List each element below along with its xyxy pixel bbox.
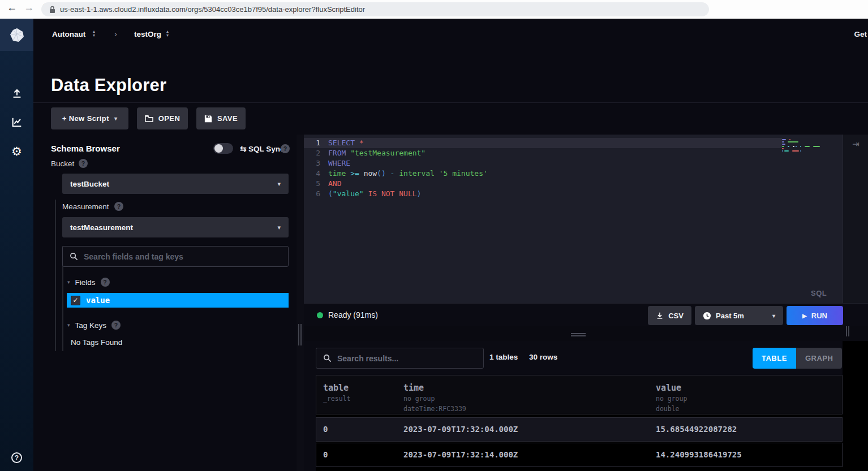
splitter-grip-icon [571,333,586,334]
chevron-down-icon: ▾ [67,279,70,285]
upload-icon [11,87,23,99]
back-icon[interactable]: ← [7,2,17,14]
bucket-label: Bucket [51,159,74,168]
open-label: OPEN [158,114,180,123]
fields-help-icon[interactable]: ? [101,278,110,287]
measurement-dropdown[interactable]: testMeasurement ▾ [62,217,289,237]
influxdb-cubo-icon [9,27,25,43]
code-line[interactable]: 5AND [304,179,782,189]
bucket-help-icon[interactable]: ? [79,159,88,168]
screen: ← → ↻ us-east-1-1.aws.cloud2.influxdata.… [0,0,868,471]
tab-graph[interactable]: GRAPH [796,348,842,369]
title-divider [33,102,868,103]
status-text: Ready (91ms) [328,310,378,319]
measurement-help-icon[interactable]: ? [114,202,123,211]
results-panel: Search results... 1 tables 30 rows TABLE… [304,341,868,471]
results-table: table_resulttimeno groupdateTime:RFC3339… [316,375,843,471]
tag-keys-label: Tag Keys [75,321,107,330]
tag-keys-group[interactable]: ▾ Tag Keys ? [67,321,121,330]
download-icon [656,312,664,319]
table-cell: 2023-07-09T17:32:04.000Z [403,425,518,434]
table-cell: 0 [323,450,328,459]
field-value-row[interactable]: ✓ value [67,293,289,308]
new-script-label: + New Script [62,114,109,123]
measurement-indent-line [55,200,56,351]
get-link[interactable]: Get [854,30,867,38]
no-tags-text: No Tags Found [71,338,122,347]
browser-chrome: ← → ↻ us-east-1-1.aws.cloud2.influxdata.… [0,0,868,19]
chevron-down-icon: ▾ [277,224,281,231]
fields-group[interactable]: ▾ Fields ? [67,278,110,287]
gear-icon: ⚙ [11,145,22,158]
chevron-down-icon: ▾ [67,322,70,328]
run-label: RUN [811,312,827,320]
splitter-grip-icon [846,326,847,336]
csv-button[interactable]: CSV [648,306,691,325]
column-header: timeno groupdateTime:RFC3339 [403,383,466,413]
collapse-right-icon[interactable]: ⇥ [852,139,860,149]
upload-nav-item[interactable] [0,83,33,102]
chevron-down-icon: ▾ [772,313,775,319]
url-text: us-east-1-1.aws.cloud2.influxdata.com/or… [60,5,365,14]
org-switcher-icon[interactable]: ▴▾ [93,29,95,37]
settings-nav-item[interactable]: ⚙ [0,142,33,161]
sql-sync-toggle[interactable] [213,143,233,154]
address-bar[interactable]: us-east-1-1.aws.cloud2.influxdata.com/or… [41,2,709,16]
code-line[interactable]: 3WHERE [304,158,782,168]
horizontal-splitter[interactable] [304,326,868,341]
status-dot-icon [317,312,323,318]
schema-browser-panel: Schema Browser ⇆ SQL Sync ? Bucket ? tes… [33,135,297,471]
breadcrumb-suborg[interactable]: testOrg [134,30,161,38]
sql-sync-label: ⇆ SQL Sync [240,144,285,153]
page-title: Data Explorer [51,75,166,96]
breadcrumb-org[interactable]: Autonaut [52,30,85,38]
rows-count: 30 rows [529,353,557,361]
save-label: SAVE [217,114,238,123]
results-right-gap [843,341,868,471]
search-icon [323,354,332,362]
sql-sync-help-icon[interactable]: ? [281,144,290,153]
checkbox-checked-icon[interactable]: ✓ [71,296,80,305]
graph-icon [11,116,23,128]
table-cell: 2023-07-09T17:32:14.000Z [403,450,518,459]
sql-editor[interactable]: ⇤ 1SELECT *2FROM "testMeasurement"3WHERE… [304,135,868,303]
breadcrumb-separator-icon: › [114,29,117,38]
splitter-grip-icon [298,324,299,345]
folder-icon [145,115,153,122]
chevron-down-icon: ▾ [277,180,281,188]
run-button[interactable]: ▶ RUN [787,306,843,325]
code-line[interactable]: 2FROM "testMeasurement" [304,148,782,158]
play-icon: ▶ [802,313,807,319]
results-table-header: table_resulttimeno groupdateTime:RFC3339… [316,375,843,414]
column-header: table_result [323,383,350,403]
suborg-switcher-icon[interactable]: ▴▾ [166,29,169,37]
new-script-button[interactable]: + New Script ▾ [51,107,128,129]
chevron-down-icon: ▾ [114,115,117,122]
code-area[interactable]: 1SELECT *2FROM "testMeasurement"3WHERE4t… [304,138,782,199]
time-range-dropdown[interactable]: Past 5m ▾ [695,306,783,325]
table-cell: 14.240993186419725 [656,450,742,459]
schema-search-input[interactable]: Search fields and tag keys [62,246,289,267]
status-bar: Ready (91ms) CSV Past 5m ▾ [304,303,868,326]
open-button[interactable]: OPEN [137,107,188,129]
tab-table[interactable]: TABLE [753,348,796,369]
top-nav: Autonaut ▴▾ › testOrg ▴▾ Get [33,19,868,51]
bucket-value: testBucket [70,180,109,188]
save-button[interactable]: SAVE [196,107,246,129]
editor-minimap[interactable] [782,139,839,153]
code-line[interactable]: 4time >= now() - interval '5 minutes' [304,168,782,179]
column-header: valueno groupdouble [656,383,687,413]
code-line[interactable]: 6("value" IS NOT NULL) [304,189,782,199]
results-search-input[interactable]: Search results... [316,348,484,369]
bucket-dropdown[interactable]: testBucket ▾ [62,174,289,194]
influxdb-logo[interactable] [0,19,33,51]
forward-icon[interactable]: → [24,2,34,14]
help-button[interactable]: ? [11,452,22,463]
table-cell: 15.68544922087282 [656,425,737,434]
vertical-splitter[interactable] [297,135,304,471]
app-sidebar: ⚙ ? [0,19,33,471]
code-line[interactable]: 1SELECT * [304,138,782,148]
tag-keys-help-icon[interactable]: ? [111,321,121,330]
tables-count: 1 tables [489,353,518,361]
data-explorer-nav-item[interactable] [0,113,33,132]
